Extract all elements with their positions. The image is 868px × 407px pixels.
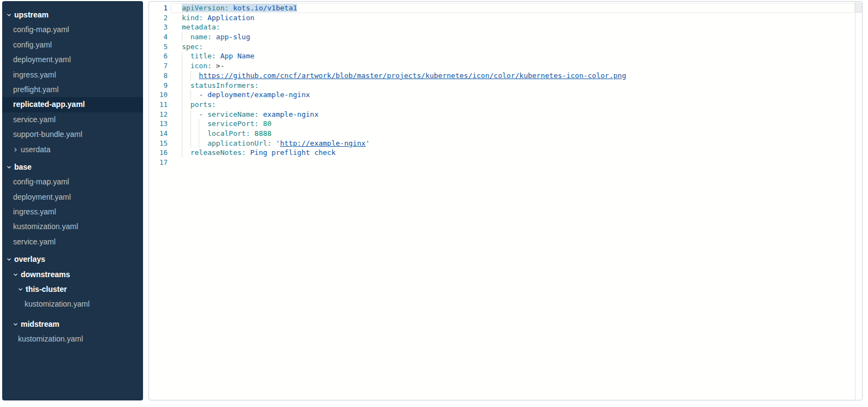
code-line[interactable]: 15 applicationUrl: 'http://example-nginx…	[149, 139, 862, 148]
tree-item-overlays[interactable]: overlays	[2, 252, 143, 267]
chevron-down-icon	[7, 257, 13, 262]
line-number[interactable]: 4	[149, 32, 171, 42]
code-line[interactable]: 5spec:	[149, 42, 862, 52]
token-val: app-slug	[212, 33, 250, 41]
code-line[interactable]: 17	[149, 158, 862, 167]
token-key: localPort:	[207, 129, 250, 137]
line-number[interactable]: 10	[149, 90, 171, 100]
tree-item-upstream[interactable]: upstream	[2, 8, 143, 22]
file-label: deployment.yaml	[13, 52, 71, 67]
tree-item-replicated-app-yaml[interactable]: replicated-app.yaml	[2, 97, 143, 112]
tree-item-deployment-yaml[interactable]: deployment.yaml	[2, 190, 143, 205]
tree-item-service-yaml[interactable]: service.yaml	[2, 235, 143, 249]
code-line[interactable]: 11 ports:	[149, 100, 862, 110]
code-text: statusInformers:	[171, 81, 855, 91]
line-number[interactable]: 11	[149, 100, 171, 110]
tree-item-userdata[interactable]: userdata	[2, 142, 143, 157]
code-line[interactable]: 12 - serviceName: example-nginx	[149, 110, 862, 119]
tree-item-base[interactable]: base	[2, 160, 143, 175]
token-key: ports:	[191, 100, 216, 109]
tree-item-config-yaml[interactable]: config.yaml	[2, 38, 143, 52]
token-val: example-nginx	[259, 110, 319, 118]
tree-item-service-yaml[interactable]: service.yaml	[2, 112, 143, 127]
editor-scrollbar[interactable]	[855, 2, 862, 400]
line-number[interactable]: 5	[149, 42, 171, 52]
line-tokens: https://github.com/cncf/artwork/blob/mas…	[182, 71, 626, 80]
token-key: applicationUrl:	[207, 139, 271, 147]
code-line[interactable]: 2kind: Application	[149, 13, 862, 23]
tree-item-kustomization-yaml[interactable]: kustomization.yaml	[2, 297, 143, 312]
selected-text: apiVersion: kots.io/v1beta1	[182, 4, 297, 12]
indent-guide	[182, 32, 182, 42]
indent-guide	[182, 61, 182, 71]
code-text: applicationUrl: 'http://example-nginx'	[171, 139, 855, 148]
line-number[interactable]: 6	[149, 51, 171, 61]
folder-label: downstreams	[21, 267, 70, 282]
code-text: name: app-slug	[171, 32, 855, 42]
tree-item-config-map-yaml[interactable]: config-map.yaml	[2, 175, 143, 189]
code-text: icon: >-	[171, 61, 855, 71]
file-label: ingress.yaml	[13, 205, 56, 219]
tree-item-downstreams[interactable]: downstreams	[2, 267, 143, 282]
code-line[interactable]: 10 - deployment/example-nginx	[149, 90, 862, 100]
tree-item-midstream[interactable]: midstream	[2, 317, 143, 332]
code-text: kind: Application	[171, 13, 855, 23]
line-number[interactable]: 14	[149, 129, 171, 139]
tree-item-kustomization-yaml[interactable]: kustomization.yaml	[2, 219, 143, 234]
tree-item-deployment-yaml[interactable]: deployment.yaml	[2, 52, 143, 67]
line-number[interactable]: 12	[149, 110, 171, 119]
tree-item-config-map-yaml[interactable]: config-map.yaml	[2, 22, 143, 37]
chevron-down-icon	[7, 165, 13, 170]
line-number[interactable]: 15	[149, 139, 171, 148]
token-def	[182, 81, 191, 89]
token-val: - deployment/example-nginx	[199, 91, 310, 99]
url-link[interactable]: https://github.com/cncf/artwork/blob/mas…	[199, 71, 626, 80]
indent-guide	[191, 110, 191, 119]
code-line[interactable]: 13 servicePort: 80	[149, 119, 862, 129]
file-label: replicated-app.yaml	[13, 97, 85, 112]
tree-item-support-bundle-yaml[interactable]: support-bundle.yaml	[2, 127, 143, 142]
code-line[interactable]: 9 statusInformers:	[149, 81, 862, 91]
url-link[interactable]: http://example-nginx	[280, 139, 366, 147]
line-number[interactable]: 7	[149, 61, 171, 71]
code-line[interactable]: 4 name: app-slug	[149, 32, 862, 42]
chevron-down-icon	[13, 272, 20, 277]
code-line[interactable]: 16 releaseNotes: Ping preflight check	[149, 148, 862, 158]
line-number[interactable]: 1	[149, 3, 171, 13]
tree-item-this-cluster[interactable]: this-cluster	[2, 282, 143, 297]
line-number[interactable]: 16	[149, 148, 171, 158]
yaml-editor-panel[interactable]: 1apiVersion: kots.io/v1beta12kind: Appli…	[148, 1, 863, 400]
code-line[interactable]: 3metadata:	[149, 22, 862, 32]
file-label: ingress.yaml	[13, 68, 56, 82]
code-text: releaseNotes: Ping preflight check	[171, 148, 855, 158]
line-number[interactable]: 13	[149, 119, 171, 129]
code-text	[171, 158, 855, 167]
tree-item-ingress-yaml[interactable]: ingress.yaml	[2, 205, 143, 219]
file-label: kustomization.yaml	[13, 219, 78, 234]
code-text: servicePort: 80	[171, 119, 855, 129]
code-line[interactable]: 8 https://github.com/cncf/artwork/blob/m…	[149, 71, 862, 81]
code-line[interactable]: 14 localPort: 8888	[149, 129, 862, 139]
line-number[interactable]: 17	[149, 158, 171, 167]
line-number[interactable]: 2	[149, 13, 171, 23]
line-number[interactable]: 9	[149, 81, 171, 91]
indent-guide	[182, 90, 182, 100]
token-num: 8888	[250, 129, 271, 137]
token-key: title:	[191, 52, 216, 60]
token-val: Ping preflight check	[246, 148, 335, 157]
line-number[interactable]: 3	[149, 22, 171, 32]
line-tokens: spec:	[182, 43, 203, 51]
tree-item-preflight-yaml[interactable]: preflight.yaml	[2, 82, 143, 97]
code-line[interactable]: 7 icon: >-	[149, 61, 862, 71]
indent-guide	[191, 71, 191, 81]
line-tokens: applicationUrl: 'http://example-nginx'	[182, 139, 370, 147]
token-key: kind:	[182, 14, 203, 22]
tree-item-kustomization-yaml[interactable]: kustomization.yaml	[2, 332, 143, 346]
line-number[interactable]: 8	[149, 71, 171, 81]
file-label: service.yaml	[13, 112, 56, 127]
code-line[interactable]: 1apiVersion: kots.io/v1beta1	[149, 3, 862, 13]
indent-guide	[182, 119, 182, 129]
tree-item-ingress-yaml[interactable]: ingress.yaml	[2, 68, 143, 82]
code-line[interactable]: 6 title: App Name	[149, 51, 862, 61]
token-val: Application	[203, 14, 254, 22]
